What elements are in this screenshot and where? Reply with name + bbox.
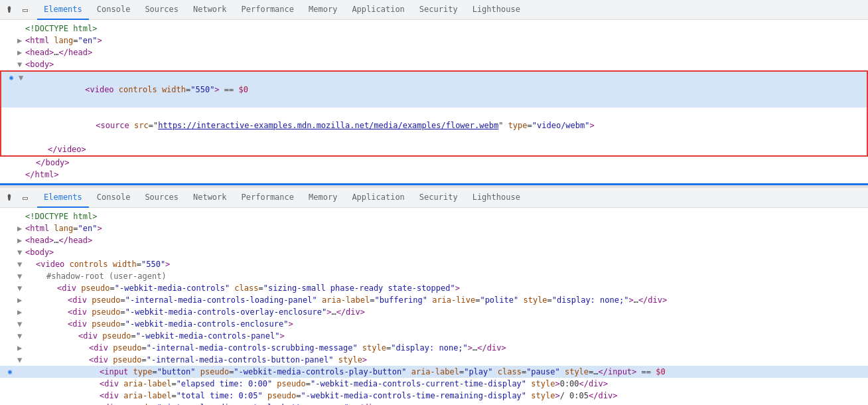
gutter: ◉: [7, 72, 16, 84]
bottom-tabs-bar: ⚰ ▭ Elements Console Sources Network Per…: [0, 188, 868, 208]
bottom-div-spacer: <div pseudo="-internal-media-controls-bu…: [0, 402, 868, 405]
bottom-div-enclosure: ▼ <div pseudo="-webkit-media-controls-en…: [0, 318, 868, 330]
code-line-head: ▶ <head>…</head>: [0, 46, 868, 58]
arrow[interactable]: ▶: [17, 294, 25, 306]
arrow[interactable]: ▼: [17, 270, 25, 282]
code-content: <video controls width="550"> == $0: [27, 72, 861, 108]
tab-network-bottom[interactable]: Network: [186, 188, 234, 208]
tab-sources-top[interactable]: Sources: [138, 0, 185, 20]
bottom-div-loading: ▶ <div pseudo="-internal-media-controls-…: [0, 294, 868, 306]
arrow[interactable]: ▼: [17, 282, 25, 294]
code-line-body-close: </body>: [0, 157, 868, 169]
bottom-head: ▶ <head>…</head>: [0, 234, 868, 246]
bottom-div-button-panel: ▼ <div pseudo="-internal-media-controls-…: [0, 354, 868, 366]
gutter: ◉: [5, 366, 15, 378]
arrow[interactable]: ▼: [17, 318, 25, 330]
bottom-div-scrubbing: ▶ <div pseudo="-internal-media-controls-…: [0, 342, 868, 354]
top-devtools-panel: ⚰ ▭ Elements Console Sources Network Per…: [0, 0, 868, 185]
bottom-body: ▼ <body>: [0, 246, 868, 258]
bottom-shadow-root: ▼ #shadow-root (user-agent): [0, 270, 868, 282]
code-line-video-close: </video>: [1, 143, 867, 155]
arrow[interactable]: ▶: [17, 234, 25, 246]
code-content: <!DOCTYPE html>: [25, 23, 863, 35]
tab-network-top[interactable]: Network: [186, 0, 234, 20]
bottom-div-total: <div aria-label="total time: 0:05" pseud…: [0, 390, 868, 402]
bottom-div-overlay: ▶ <div pseudo="-webkit-media-controls-ov…: [0, 306, 868, 318]
bottom-input-play[interactable]: ◉ <input type="button" pseudo="-webkit-m…: [0, 366, 868, 378]
bottom-devtools-panel: ⚰ ▭ Elements Console Sources Network Per…: [0, 188, 868, 405]
arrow[interactable]: ▶: [17, 306, 25, 318]
top-code-area: <!DOCTYPE html> ▶ <html lang="en"> ▶ <he…: [0, 20, 868, 183]
arrow[interactable]: ▼: [17, 58, 25, 70]
tab-console-top[interactable]: Console: [90, 0, 137, 20]
arrow[interactable]: ▶: [17, 222, 25, 234]
bottom-div-webkit1: ▼ <div pseudo="-webkit-media-controls" c…: [0, 282, 868, 294]
code-content: <body>: [25, 58, 863, 70]
code-line-video[interactable]: ◉ ▼ <video controls width="550"> == $0: [1, 72, 867, 108]
bottom-tab-icons: ⚰ ▭: [3, 191, 32, 204]
code-line-doctype: <!DOCTYPE html>: [0, 23, 868, 35]
code-content: </video>: [27, 143, 861, 155]
tab-application-bottom[interactable]: Application: [345, 188, 411, 208]
tab-security-bottom[interactable]: Security: [413, 188, 465, 208]
inspect-icon[interactable]: ⚰: [3, 3, 16, 17]
inspect-icon-bottom[interactable]: ⚰: [3, 191, 16, 204]
arrow[interactable]: ▼: [17, 246, 25, 258]
arrow[interactable]: ▼: [17, 330, 25, 342]
code-line-html: ▶ <html lang="en">: [0, 35, 868, 46]
tab-performance-bottom[interactable]: Performance: [235, 188, 301, 208]
arrow[interactable]: ▶: [17, 46, 25, 58]
tab-memory-bottom[interactable]: Memory: [302, 188, 344, 208]
bottom-code-area: <!DOCTYPE html> ▶ <html lang="en"> ▶ <he…: [0, 208, 868, 405]
top-tabs-bar: ⚰ ▭ Elements Console Sources Network Per…: [0, 0, 868, 20]
tab-application-top[interactable]: Application: [345, 0, 411, 20]
arrow[interactable]: ▼: [17, 354, 25, 366]
code-line-html-close: </html>: [0, 169, 868, 181]
tab-elements-top[interactable]: Elements: [37, 0, 89, 20]
tab-security-top[interactable]: Security: [413, 0, 465, 20]
tab-lighthouse-bottom[interactable]: Lighthouse: [466, 188, 527, 208]
code-content: </body>: [25, 157, 863, 169]
tab-elements-bottom[interactable]: Elements: [37, 188, 89, 208]
arrow[interactable]: ▼: [17, 258, 25, 270]
arrow[interactable]: ▶: [17, 35, 25, 46]
code-content: <head>…</head>: [25, 46, 863, 58]
arrow-video[interactable]: ▼: [19, 72, 27, 84]
tab-memory-top[interactable]: Memory: [302, 0, 344, 20]
bottom-div-elapsed: <div aria-label="elapsed time: 0:00" pse…: [0, 378, 868, 390]
code-line-body-open: ▼ <body>: [0, 58, 868, 70]
bottom-video: ▼ <video controls width="550">: [0, 258, 868, 270]
code-content: <html lang="en">: [25, 35, 863, 46]
tab-sources-bottom[interactable]: Sources: [138, 188, 185, 208]
tab-performance-top[interactable]: Performance: [235, 0, 301, 20]
code-content: <source src="https://interactive-example…: [27, 108, 861, 143]
code-content: </html>: [25, 169, 863, 181]
arrow[interactable]: ▶: [17, 342, 25, 354]
tab-lighthouse-top[interactable]: Lighthouse: [466, 0, 527, 20]
device-icon-bottom[interactable]: ▭: [19, 191, 32, 204]
code-line-source: <source src="https://interactive-example…: [1, 108, 867, 143]
top-tab-icons: ⚰ ▭: [3, 3, 32, 17]
bottom-doctype: <!DOCTYPE html>: [0, 210, 868, 222]
bottom-div-panel: ▼ <div pseudo="-webkit-media-controls-pa…: [0, 330, 868, 342]
tab-console-bottom[interactable]: Console: [90, 188, 137, 208]
bottom-html: ▶ <html lang="en">: [0, 222, 868, 234]
device-icon[interactable]: ▭: [19, 3, 32, 17]
